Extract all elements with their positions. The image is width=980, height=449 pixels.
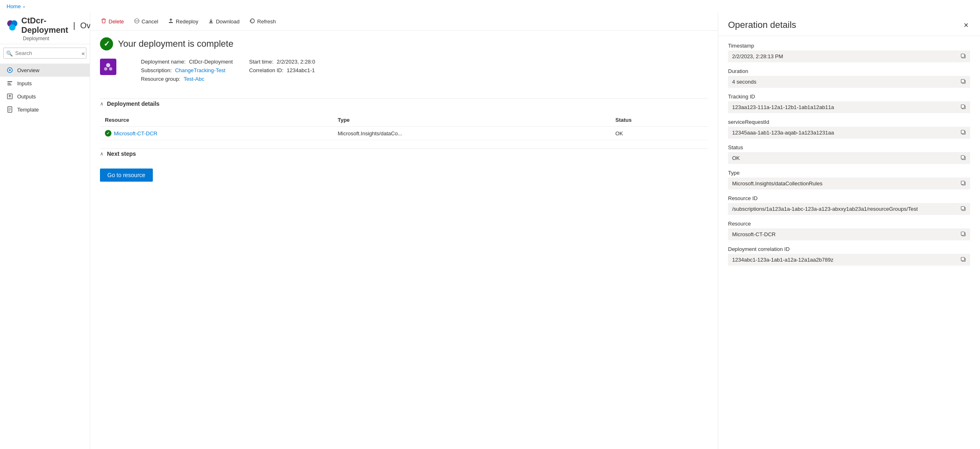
field-value-duration: 4 seconds bbox=[728, 76, 970, 88]
redeploy-button[interactable]: Redeploy bbox=[164, 16, 202, 27]
download-button[interactable]: Download bbox=[204, 16, 244, 27]
sidebar-item-outputs[interactable]: Outputs bbox=[0, 90, 90, 103]
field-value-timestamp: 2/2/2023, 2:28:13 PM bbox=[728, 50, 970, 62]
field-value-wrap-resource: Microsoft-CT-DCR bbox=[728, 228, 970, 240]
success-title: Your deployment is complete bbox=[118, 39, 234, 49]
field-value-wrap-timestamp: 2/2/2023, 2:28:13 PM bbox=[728, 50, 970, 62]
subscription-value[interactable]: ChangeTracking-Test bbox=[175, 67, 225, 73]
field-value-resource_id: /subscriptions/1a123a1a-1abc-123a-a123-a… bbox=[728, 203, 970, 215]
inputs-icon bbox=[7, 80, 13, 87]
copy-button-resource_id[interactable] bbox=[959, 205, 968, 213]
sidebar-nav: Overview Inputs bbox=[0, 62, 90, 449]
table-row[interactable]: Microsoft-CT-DCR Microsoft.Insights/data… bbox=[100, 127, 708, 140]
field-group-resource: ResourceMicrosoft-CT-DCR bbox=[728, 221, 970, 240]
field-label-duration: Duration bbox=[728, 68, 970, 74]
next-steps-chevron: ∧ bbox=[100, 151, 104, 157]
field-value-status: OK bbox=[728, 152, 970, 164]
field-value-resource: Microsoft-CT-DCR bbox=[728, 228, 970, 240]
delete-button[interactable]: Delete bbox=[97, 16, 128, 27]
copy-button-deployment_correlation_id[interactable] bbox=[959, 255, 968, 264]
svg-rect-17 bbox=[209, 23, 213, 23]
redeploy-icon bbox=[168, 18, 174, 25]
copy-button-duration[interactable] bbox=[959, 77, 968, 86]
sidebar-item-inputs-label: Inputs bbox=[17, 80, 32, 87]
resource-link[interactable]: Microsoft-CT-DCR bbox=[114, 130, 157, 137]
table-cell-status: OK bbox=[610, 127, 708, 140]
field-label-type: Type bbox=[728, 170, 970, 176]
field-label-deployment_correlation_id: Deployment correlation ID bbox=[728, 246, 970, 252]
copy-button-tracking_id[interactable] bbox=[959, 103, 968, 112]
field-group-status: StatusOK bbox=[728, 144, 970, 164]
field-value-wrap-tracking_id: 123aa123-111a-12a1-12b1-1ab1a12ab11a bbox=[728, 101, 970, 113]
toolbar: Delete Cancel Redeploy bbox=[90, 13, 718, 31]
info-starttime-row: Start time: 2/2/2023, 2:28:0 bbox=[249, 59, 315, 65]
sidebar-item-inputs[interactable]: Inputs bbox=[0, 77, 90, 90]
template-icon bbox=[7, 106, 13, 113]
deployment-icon bbox=[100, 59, 116, 75]
field-label-resource_id: Resource ID bbox=[728, 195, 970, 201]
field-value-wrap-status: OK bbox=[728, 152, 970, 164]
sidebar-item-template[interactable]: Template bbox=[0, 103, 90, 116]
field-group-timestamp: Timestamp2/2/2023, 2:28:13 PM bbox=[728, 43, 970, 62]
svg-rect-34 bbox=[961, 206, 964, 210]
next-steps-section-header[interactable]: ∧ Next steps bbox=[100, 148, 708, 159]
svg-point-20 bbox=[109, 67, 112, 71]
svg-point-18 bbox=[106, 63, 110, 67]
next-steps-title: Next steps bbox=[107, 150, 136, 157]
close-panel-button[interactable]: × bbox=[962, 19, 970, 31]
svg-point-2 bbox=[9, 24, 16, 31]
collapse-sidebar-button[interactable]: « bbox=[79, 48, 87, 58]
field-value-wrap-service_request_id: 12345aaa-1ab1-123a-aqab-1a123a1231aa bbox=[728, 127, 970, 139]
svg-rect-30 bbox=[961, 155, 964, 159]
field-group-tracking_id: Tracking ID123aa123-111a-12a1-12b1-1ab1a… bbox=[728, 93, 970, 113]
field-group-service_request_id: serviceRequestId12345aaa-1ab1-123a-aqab-… bbox=[728, 119, 970, 139]
info-col-right: Start time: 2/2/2023, 2:28:0 Correlation… bbox=[249, 59, 315, 82]
svg-point-4 bbox=[9, 69, 11, 71]
breadcrumb-home[interactable]: Home bbox=[7, 3, 21, 9]
download-icon bbox=[208, 18, 214, 25]
svg-rect-36 bbox=[961, 232, 964, 235]
svg-rect-22 bbox=[961, 54, 964, 57]
operation-details-panel: Operation details × Timestamp2/2/2023, 2… bbox=[718, 13, 980, 449]
copy-button-service_request_id[interactable] bbox=[959, 128, 968, 137]
go-to-resource-button[interactable]: Go to resource bbox=[100, 169, 153, 182]
svg-rect-26 bbox=[961, 105, 964, 108]
content-area: Delete Cancel Redeploy bbox=[90, 13, 718, 449]
resource-group-value[interactable]: Test-Abc bbox=[184, 76, 204, 82]
deployment-name-value: CtDcr-Deployment bbox=[189, 59, 233, 65]
field-value-wrap-type: Microsoft.Insights/dataCollectionRules bbox=[728, 178, 970, 189]
field-value-wrap-duration: 4 seconds bbox=[728, 76, 970, 88]
page-title-name: CtDcr-Deployment bbox=[21, 16, 68, 35]
field-value-deployment_correlation_id: 1234abc1-123a-1ab1-a12a-12a1aa2b789z bbox=[728, 254, 970, 266]
sidebar-item-template-label: Template bbox=[17, 107, 39, 113]
deployment-details-section-header[interactable]: ∧ Deployment details bbox=[100, 98, 708, 109]
copy-button-resource[interactable] bbox=[959, 230, 968, 239]
sidebar-item-overview[interactable]: Overview bbox=[0, 64, 90, 77]
deployment-details-chevron: ∧ bbox=[100, 101, 104, 107]
deployment-info: Deployment name: CtDcr-Deployment Subscr… bbox=[123, 59, 315, 82]
copy-button-status[interactable] bbox=[959, 154, 968, 162]
field-group-type: TypeMicrosoft.Insights/dataCollectionRul… bbox=[728, 170, 970, 189]
col-type: Type bbox=[333, 114, 610, 127]
panel-title: Operation details bbox=[728, 20, 796, 30]
correlation-label: Correlation ID: bbox=[249, 67, 284, 73]
info-correlation-row: Correlation ID: 1234abc1-1 bbox=[249, 67, 315, 73]
title-separator: | bbox=[73, 21, 75, 30]
svg-rect-24 bbox=[961, 79, 964, 82]
svg-rect-7 bbox=[7, 84, 11, 85]
svg-rect-5 bbox=[7, 81, 12, 82]
copy-button-type[interactable] bbox=[959, 179, 968, 188]
field-label-tracking_id: Tracking ID bbox=[728, 93, 970, 100]
sidebar: CtDcr-Deployment | Overview 📌 ··· Deploy… bbox=[0, 13, 90, 449]
field-group-duration: Duration4 seconds bbox=[728, 68, 970, 88]
start-time-value: 2/2/2023, 2:28:0 bbox=[277, 59, 315, 65]
copy-button-timestamp[interactable] bbox=[959, 52, 968, 61]
search-input[interactable] bbox=[3, 48, 86, 59]
refresh-button[interactable]: Refresh bbox=[245, 16, 280, 27]
cancel-icon bbox=[134, 18, 140, 25]
search-icon: 🔍 bbox=[6, 50, 13, 56]
cancel-button[interactable]: Cancel bbox=[130, 16, 162, 27]
svg-rect-28 bbox=[961, 130, 964, 133]
table-header: Resource Type Status bbox=[100, 114, 708, 127]
field-value-type: Microsoft.Insights/dataCollectionRules bbox=[728, 178, 970, 189]
